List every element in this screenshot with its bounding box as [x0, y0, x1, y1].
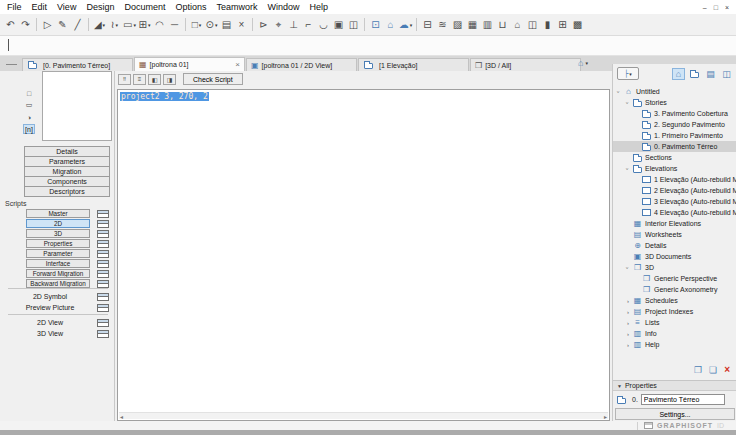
tree-chevron-icon[interactable]: › — [625, 264, 631, 272]
view-map-icon[interactable] — [688, 68, 701, 80]
pencil-tool-icon[interactable]: ✎ — [55, 17, 70, 33]
open-in-new-window-icon[interactable] — [97, 220, 109, 228]
story-name-input[interactable] — [641, 394, 725, 405]
preview-area[interactable] — [42, 71, 112, 141]
script-button-2d[interactable]: 2D — [26, 219, 90, 228]
horizontal-scrollbar[interactable]: ◂ ▸ — [119, 412, 608, 419]
tree-item-sections[interactable]: Sections — [613, 152, 736, 163]
lock-icon[interactable]: ⊙▾ — [204, 17, 219, 33]
preview-picture-icon[interactable]: ▭ — [23, 100, 35, 110]
corner-icon[interactable]: ⌐ — [301, 17, 316, 33]
section-button-descriptors[interactable]: Descriptors — [24, 186, 110, 197]
trim-icon[interactable]: ⊥ — [286, 17, 301, 33]
new-item-icon[interactable]: ❏ — [709, 365, 717, 375]
tree-item-3d[interactable]: ›❒3D — [613, 262, 736, 273]
tab--3d-all-[interactable]: ❒[3D / All] — [470, 58, 581, 71]
target-icon[interactable]: ⌖ — [271, 17, 286, 33]
tree-item-lists[interactable]: ›≡Lists — [613, 317, 736, 328]
tree-chevron-icon[interactable]: › — [625, 165, 631, 173]
fillet-icon[interactable]: ◡ — [316, 17, 331, 33]
bookmark-icon[interactable]: ‼ — [118, 74, 131, 85]
tree-item-interior-elevations[interactable]: ▦Interior Elevations — [613, 218, 736, 229]
properties-header[interactable]: ▼ Properties — [613, 380, 736, 391]
window-new-icon[interactable]: ◨ — [163, 74, 176, 85]
frame-icon[interactable]: ⊡ — [368, 17, 383, 33]
menu-view[interactable]: View — [52, 2, 81, 12]
tree-item-0-pavimento-t-rreo[interactable]: 0. Pavimento Térreo — [613, 141, 736, 152]
tree-item-1-primeiro-pavimento[interactable]: 1. Primeiro Pavimento — [613, 130, 736, 141]
script-button-forward-migration[interactable]: Forward Migration — [26, 269, 90, 278]
marquee-icon[interactable]: □▾ — [189, 17, 204, 33]
open-in-new-window-icon[interactable] — [97, 210, 109, 218]
publisher-icon[interactable]: ◫ — [720, 68, 733, 80]
menu-document[interactable]: Document — [119, 2, 170, 12]
layers-icon[interactable]: ▤ — [219, 17, 234, 33]
menu-teamwork[interactable]: Teamwork — [211, 2, 262, 12]
tree-item-2-segundo-pavimento[interactable]: 2. Segundo Pavimento — [613, 119, 736, 130]
maximize-icon[interactable]: □ — [714, 4, 718, 11]
menu-options[interactable]: Options — [170, 2, 211, 12]
close-icon[interactable]: × — [235, 60, 240, 69]
open-in-new-window-icon[interactable] — [97, 240, 109, 248]
wall-tool-icon[interactable]: ▭▾ — [122, 17, 137, 33]
close-icon[interactable]: × — [725, 4, 729, 11]
tree-item-schedules[interactable]: ›▦Schedules — [613, 295, 736, 306]
beam-icon[interactable]: ⊞ — [555, 17, 570, 33]
tree-chevron-icon[interactable]: › — [624, 342, 632, 348]
select-icon[interactable]: ⊳ — [256, 17, 271, 33]
grid-icon[interactable]: ▦ — [465, 17, 480, 33]
script-button-master[interactable]: Master — [26, 209, 90, 218]
preview-2d-symbol-icon[interactable]: □ — [23, 88, 35, 98]
undo-icon[interactable]: ↶ — [3, 17, 18, 33]
project-map-icon[interactable]: ⌂ — [672, 68, 685, 80]
delete-item-icon[interactable]: × — [724, 364, 730, 375]
tree-chevron-icon[interactable]: › — [624, 320, 632, 326]
tree-item-help[interactable]: ›▥Help — [613, 339, 736, 350]
tree-chevron-icon[interactable]: › — [624, 331, 632, 337]
project-chooser-button[interactable]: ├▾ — [617, 67, 639, 80]
stair-icon[interactable]: ⊔ — [495, 17, 510, 33]
tree-item-stories[interactable]: ›Stories — [613, 97, 736, 108]
box-select-icon[interactable]: ▣ — [331, 17, 346, 33]
window-split-icon[interactable]: ◧ — [148, 74, 161, 85]
tree-item-info[interactable]: ›▥Info — [613, 328, 736, 339]
tree-chevron-icon[interactable]: › — [624, 309, 632, 315]
tab--1-elevação-[interactable]: [1 Elevação] — [358, 58, 469, 71]
scroll-left-icon[interactable]: ◂ — [120, 413, 123, 420]
script-button-interface[interactable]: Interface — [26, 259, 90, 268]
grid-snap-icon[interactable]: ⊞▾ — [137, 17, 152, 33]
open-in-new-window-icon[interactable] — [97, 319, 109, 327]
tree-item-details[interactable]: ⊕Details — [613, 240, 736, 251]
open-in-new-window-icon[interactable] — [97, 250, 109, 258]
layout-book-icon[interactable]: ▤ — [704, 68, 717, 80]
check-script-button[interactable]: Check Script — [183, 73, 243, 85]
preview-3d-icon[interactable]: ◑ — [23, 112, 35, 122]
spline-icon[interactable]: ≀▾ — [107, 17, 122, 33]
bookmarks-list-icon[interactable]: ≡ — [133, 74, 146, 85]
guide-line-icon[interactable]: ─ — [167, 17, 182, 33]
tree-chevron-icon[interactable]: › — [625, 99, 631, 107]
settings-button[interactable]: Settings... — [615, 408, 735, 420]
cloud-sync-icon[interactable]: ☁▾ — [398, 17, 413, 33]
zone-icon[interactable]: ▩ — [570, 17, 585, 33]
roof-icon[interactable]: ⌂ — [510, 17, 525, 33]
column-icon[interactable]: ▮ — [540, 17, 555, 33]
script-button-3d[interactable]: 3D — [26, 229, 90, 238]
tree-item-3-pavimento-cobertura[interactable]: 3. Pavimento Cobertura — [613, 108, 736, 119]
open-in-new-window-icon[interactable] — [97, 260, 109, 268]
redo-icon[interactable]: ↷ — [18, 17, 33, 33]
tree-item-4-eleva-o-auto-rebuild-model-[interactable]: 4 Elevação (Auto-rebuild Model) — [613, 207, 736, 218]
menu-help[interactable]: Help — [305, 2, 334, 12]
open-in-new-window-icon[interactable] — [97, 280, 109, 288]
pick-up-icon[interactable]: ◫ — [346, 17, 361, 33]
tree-item-untitled[interactable]: ›⌂Untitled — [613, 86, 736, 97]
arrow-tool-icon[interactable]: ▷ — [40, 17, 55, 33]
tree-item-1-eleva-o-auto-rebuild-model-[interactable]: 1 Elevação (Auto-rebuild Model) — [613, 174, 736, 185]
script-button-backward-migration[interactable]: Backward Migration — [26, 279, 90, 288]
tree-item-elevations[interactable]: ›Elevations — [613, 163, 736, 174]
script-button-parameter[interactable]: Parameter — [26, 249, 90, 258]
open-in-new-window-icon[interactable] — [97, 270, 109, 278]
mesh-icon[interactable]: ≋ — [435, 17, 450, 33]
tree-item-3-eleva-o-auto-rebuild-model-[interactable]: 3 Elevação (Auto-rebuild Model) — [613, 196, 736, 207]
menu-window[interactable]: Window — [262, 2, 304, 12]
